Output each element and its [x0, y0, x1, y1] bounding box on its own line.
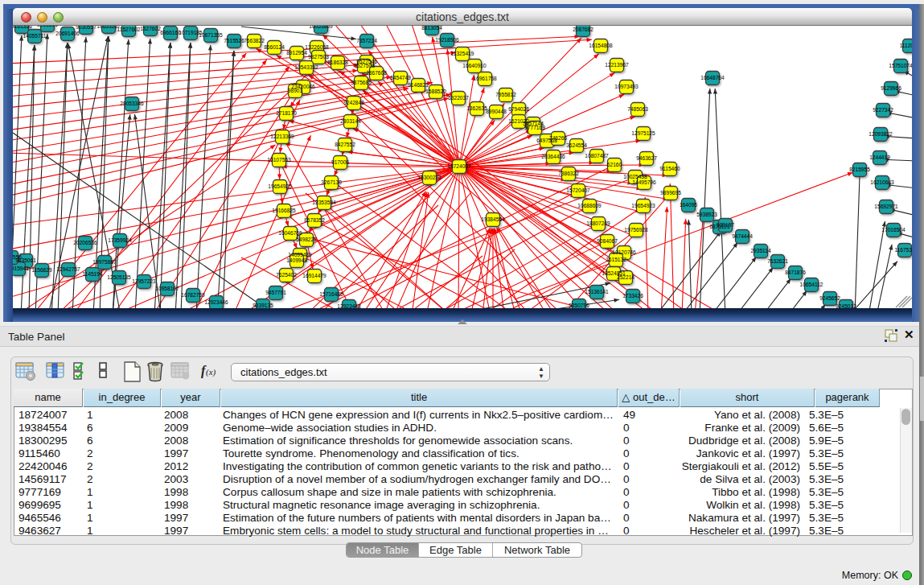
svg-text:8454749: 8454749: [390, 75, 411, 80]
svg-text:1615132: 1615132: [606, 257, 626, 262]
svg-text:15300273: 15300273: [417, 175, 441, 180]
svg-text:8427552: 8427552: [335, 142, 355, 147]
svg-text:8471876: 8471876: [785, 270, 806, 275]
svg-text:14495796: 14495796: [632, 179, 656, 185]
svg-text:3267130: 3267130: [321, 179, 342, 185]
svg-text:12093822: 12093822: [869, 131, 893, 137]
svg-text:917006: 917006: [331, 159, 349, 165]
svg-text:3875685: 3875685: [351, 80, 372, 85]
svg-text:12505135: 12505135: [107, 274, 131, 280]
svg-text:9227342: 9227342: [873, 107, 893, 113]
svg-text:7663822: 7663822: [244, 38, 265, 43]
svg-text:8215955: 8215955: [849, 167, 870, 172]
svg-text:2063551: 2063551: [37, 26, 58, 27]
svg-text:10973493: 10973493: [614, 84, 639, 89]
svg-text:252214: 252214: [617, 274, 634, 280]
svg-text:2803144: 2803144: [340, 118, 361, 124]
svg-text:6794028: 6794028: [508, 106, 529, 112]
svg-text:5498222: 5498222: [296, 237, 317, 242]
svg-text:2935114: 2935114: [750, 248, 771, 253]
svg-text:9827503: 9827503: [308, 54, 329, 60]
svg-text:15716485: 15716485: [319, 291, 343, 297]
svg-text:12353594: 12353594: [312, 200, 336, 205]
svg-text:1409949: 1409949: [286, 257, 307, 263]
svg-text:9030557: 9030557: [76, 26, 97, 30]
svg-text:19384554: 19384554: [481, 216, 505, 222]
svg-text:9245012: 9245012: [836, 303, 856, 308]
svg-text:14099489: 14099489: [288, 252, 312, 257]
svg-text:8912954: 8912954: [286, 50, 307, 56]
svg-text:17016504: 17016504: [881, 227, 906, 233]
svg-text:19166825: 19166825: [272, 208, 296, 213]
svg-text:16914479: 16914479: [302, 273, 326, 278]
svg-text:16210643: 16210643: [870, 179, 894, 185]
svg-text:3624554: 3624554: [566, 142, 587, 148]
svg-text:11325419: 11325419: [451, 51, 474, 56]
svg-text:7955812: 7955812: [495, 92, 516, 97]
svg-text:9474444: 9474444: [732, 233, 753, 239]
svg-text:5938923: 5938923: [696, 212, 717, 217]
svg-text:9084067: 9084067: [597, 238, 618, 244]
svg-text:16648764: 16648764: [700, 75, 725, 80]
svg-text:10025438: 10025438: [623, 174, 647, 179]
svg-text:19975867: 19975867: [92, 259, 117, 265]
svg-text:10807487: 10807487: [585, 153, 609, 159]
svg-text:1984556: 1984556: [13, 254, 22, 260]
svg-text:12213369: 12213369: [270, 134, 294, 139]
svg-text:1733426: 1733426: [622, 293, 643, 299]
svg-text:62160: 62160: [607, 162, 622, 167]
svg-text:6966160: 6966160: [160, 30, 181, 35]
svg-text:9777169: 9777169: [524, 125, 545, 130]
svg-text:16154808: 16154808: [589, 43, 613, 48]
svg-text:16640910: 16640910: [462, 63, 487, 68]
svg-text:10120746: 10120746: [612, 249, 636, 255]
svg-text:29053346: 29053346: [120, 101, 144, 106]
svg-text:15692971: 15692971: [874, 204, 898, 209]
svg-text:12923448: 12923448: [337, 303, 361, 308]
svg-text:16782759: 16782759: [181, 292, 205, 298]
svg-text:20691406: 20691406: [55, 31, 80, 36]
svg-text:3915941: 3915941: [13, 266, 29, 271]
svg-text:9350796: 9350796: [569, 303, 589, 308]
svg-text:15720407: 15720407: [566, 187, 590, 193]
svg-text:12975125: 12975125: [631, 130, 655, 136]
svg-text:20206536: 20206536: [73, 240, 97, 245]
svg-text:12213967: 12213967: [605, 62, 629, 68]
svg-text:13226058: 13226058: [305, 44, 329, 50]
svg-text:7515526: 7515526: [224, 38, 244, 43]
svg-text:2867608: 2867608: [366, 70, 387, 76]
svg-text:(x): (x): [206, 367, 216, 377]
svg-text:8660124: 8660124: [264, 44, 285, 50]
svg-text:7625402: 7625402: [276, 272, 297, 278]
svg-text:17957223: 17957223: [132, 278, 156, 284]
svg-text:16053809: 16053809: [309, 26, 333, 29]
svg-text:746266: 746266: [549, 135, 567, 141]
svg-text:1244419: 1244419: [869, 154, 890, 160]
svg-text:9245652: 9245652: [819, 295, 840, 301]
svg-text:2718170: 2718170: [276, 110, 297, 116]
svg-text:9115460: 9115460: [659, 166, 680, 171]
svg-text:10958107: 10958107: [155, 286, 179, 291]
svg-text:19654923: 19654923: [631, 203, 655, 208]
svg-text:10671355: 10671355: [199, 32, 223, 38]
svg-text:19756928: 19756928: [624, 227, 648, 233]
svg-text:10543392: 10543392: [294, 64, 318, 70]
svg-text:98901: 98901: [288, 88, 303, 93]
svg-text:7386322: 7386322: [558, 171, 579, 176]
svg-text:9899695: 9899695: [660, 190, 681, 196]
svg-text:15751074: 15751074: [889, 63, 912, 68]
svg-text:164095: 164095: [680, 202, 697, 208]
svg-text:9242848: 9242848: [343, 100, 364, 105]
svg-text:1167533: 1167533: [894, 247, 912, 253]
svg-text:2087682: 2087682: [573, 27, 593, 32]
svg-text:1112096: 1112096: [900, 43, 912, 48]
svg-text:9129966: 9129966: [881, 85, 901, 91]
svg-text:8813054: 8813054: [421, 26, 442, 31]
svg-text:19218506: 19218506: [435, 37, 459, 43]
svg-text:8678352: 8678352: [304, 217, 325, 223]
svg-text:19654925: 19654925: [268, 183, 292, 189]
svg-text:1145194: 1145194: [82, 271, 103, 277]
svg-text:11527602: 11527602: [117, 27, 141, 32]
svg-text:7485063: 7485063: [627, 106, 648, 112]
svg-text:15136141: 15136141: [585, 289, 609, 295]
